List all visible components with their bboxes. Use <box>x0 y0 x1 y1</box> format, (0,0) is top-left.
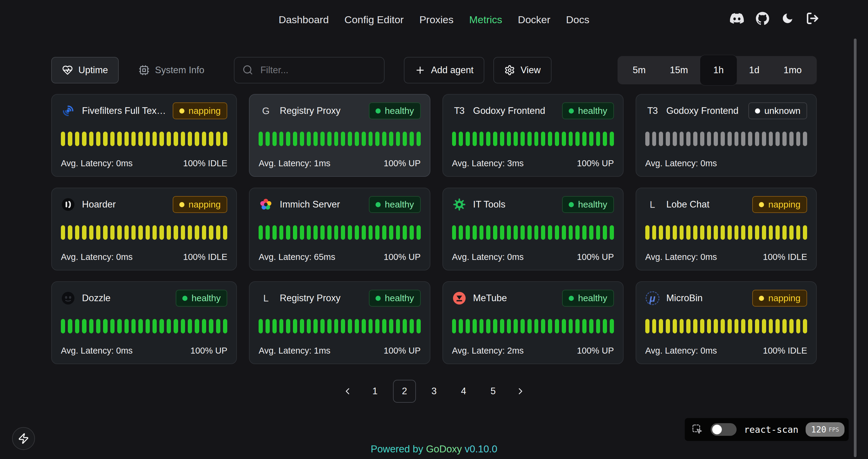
previous-page-button[interactable] <box>338 386 357 396</box>
avg-latency: Avg. Latency: 2ms <box>452 346 524 356</box>
uptime-bar <box>479 319 484 333</box>
uptime-bar <box>693 319 698 333</box>
uptime-bar <box>693 225 698 240</box>
system-info-tab-button[interactable]: System Info <box>128 57 215 84</box>
react-scan-toggle[interactable] <box>711 423 737 436</box>
uptime-bar <box>562 132 566 146</box>
status-badge: healthy <box>562 102 614 119</box>
time-range-1mo[interactable]: 1mo <box>772 59 814 81</box>
service-card[interactable]: L Lobe Chat napping Avg. Latency: 0ms 10… <box>636 188 817 270</box>
uptime-bar <box>258 319 263 333</box>
filter-input[interactable] <box>234 57 384 84</box>
toolbar-left: Uptime System Info Add agent View <box>51 57 552 84</box>
moon-icon[interactable] <box>781 12 794 25</box>
uptime-bar <box>279 225 284 240</box>
status-badge: healthy <box>369 290 421 306</box>
service-card[interactable]: L Registry Proxy healthy Avg. Latency: 1… <box>249 281 430 364</box>
service-card[interactable]: μ MicroBin napping Avg. Latency: 0ms 100… <box>636 281 817 364</box>
uptime-bar <box>782 225 786 240</box>
service-card[interactable]: G Registry Proxy healthy Avg. Latency: 1… <box>249 94 430 177</box>
time-range-1d[interactable]: 1d <box>737 59 771 81</box>
toggle-knob <box>712 425 722 434</box>
nav-link-proxies[interactable]: Proxies <box>419 14 453 26</box>
service-name: Godoxy Frontend <box>666 105 739 116</box>
time-range-1h[interactable]: 1h <box>700 55 737 85</box>
service-name: Lobe Chat <box>666 199 710 210</box>
uptime-bar <box>313 225 318 240</box>
uptime-bars <box>645 225 807 240</box>
status-label: healthy <box>385 293 414 303</box>
page-button-4[interactable]: 4 <box>452 380 475 403</box>
uptime-bar <box>727 225 732 240</box>
nav-link-config-editor[interactable]: Config Editor <box>344 14 404 26</box>
uptime-bar <box>327 132 332 146</box>
uptime-bar <box>223 225 227 240</box>
uptime-bar <box>375 225 379 240</box>
time-range-5m[interactable]: 5m <box>621 59 658 81</box>
uptime-bar <box>286 319 290 333</box>
uptime-bar <box>82 132 86 146</box>
uptime-percent: 100% IDLE <box>183 158 227 168</box>
uptime-bars <box>452 319 614 333</box>
uptime-bars <box>61 225 227 240</box>
service-card[interactable]: MeTube healthy Avg. Latency: 2ms 100% UP <box>442 281 624 364</box>
uptime-bar <box>293 319 297 333</box>
status-dot-icon <box>375 202 381 207</box>
uptime-bar <box>555 132 559 146</box>
uptime-bar <box>741 225 745 240</box>
next-page-button[interactable] <box>511 386 530 396</box>
uptime-bar <box>735 319 739 333</box>
page-button-1[interactable]: 1 <box>364 380 386 403</box>
status-badge: healthy <box>562 196 614 213</box>
service-card[interactable]: Dozzle healthy Avg. Latency: 0ms 100% UP <box>51 281 237 364</box>
uptime-bar <box>555 319 559 333</box>
uptime-bar <box>569 132 573 146</box>
card-header: T3 Godoxy Frontend unknown <box>645 102 807 119</box>
github-icon[interactable] <box>756 12 769 25</box>
add-agent-label: Add agent <box>431 65 473 75</box>
uptime-bar <box>68 225 72 240</box>
uptime-tab-button[interactable]: Uptime <box>51 57 119 84</box>
service-card[interactable]: T3 Godoxy Frontend unknown Avg. Latency:… <box>636 94 817 177</box>
uptime-bar <box>153 319 157 333</box>
uptime-bar <box>117 225 121 240</box>
discord-icon[interactable] <box>730 11 744 25</box>
nav-link-docs[interactable]: Docs <box>566 14 589 26</box>
uptime-bar <box>755 319 759 333</box>
service-card[interactable]: Fivefilters Full Tex… napping Avg. Laten… <box>51 94 237 177</box>
page-footer: Powered by GoDoxy v0.10.0 <box>0 443 868 455</box>
godoxy-link[interactable]: GoDoxy <box>426 443 462 455</box>
service-card[interactable]: IT Tools healthy Avg. Latency: 0ms 100% … <box>442 188 624 270</box>
uptime-bar <box>721 319 725 333</box>
uptime-bar <box>582 225 587 240</box>
uptime-bar <box>582 132 587 146</box>
page-button-2[interactable]: 2 <box>393 380 416 403</box>
avg-latency: Avg. Latency: 3ms <box>452 158 524 168</box>
uptime-bar <box>775 319 780 333</box>
inspect-cursor-icon[interactable] <box>691 423 704 435</box>
uptime-bar <box>569 225 573 240</box>
service-card[interactable]: Immich Server healthy Avg. Latency: 65ms… <box>249 188 430 270</box>
status-badge: unknown <box>748 102 807 119</box>
logout-icon[interactable] <box>806 12 819 25</box>
page-button-5[interactable]: 5 <box>482 380 504 403</box>
avg-latency: Avg. Latency: 0ms <box>61 158 133 168</box>
uptime-bar <box>167 319 171 333</box>
view-button[interactable]: View <box>493 57 552 84</box>
scrollbar[interactable] <box>854 38 857 457</box>
nav-link-docker[interactable]: Docker <box>518 14 550 26</box>
add-agent-button[interactable]: Add agent <box>404 57 484 84</box>
uptime-percent: 100% UP <box>190 346 227 356</box>
nav-link-metrics[interactable]: Metrics <box>469 14 502 26</box>
page-button-3[interactable]: 3 <box>423 380 445 403</box>
nav-link-dashboard[interactable]: Dashboard <box>279 14 329 26</box>
version-text: v0.10.0 <box>465 443 497 455</box>
service-card[interactable]: T3 Godoxy Frontend healthy Avg. Latency:… <box>442 94 624 177</box>
uptime-bar <box>500 319 504 333</box>
t3-icon: T3 <box>452 104 467 118</box>
uptime-bar <box>686 225 690 240</box>
uptime-percent: 100% UP <box>384 252 421 262</box>
service-card[interactable]: Hoarder napping Avg. Latency: 0ms 100% I… <box>51 188 237 270</box>
uptime-bar <box>209 319 213 333</box>
time-range-15m[interactable]: 15m <box>658 59 700 81</box>
